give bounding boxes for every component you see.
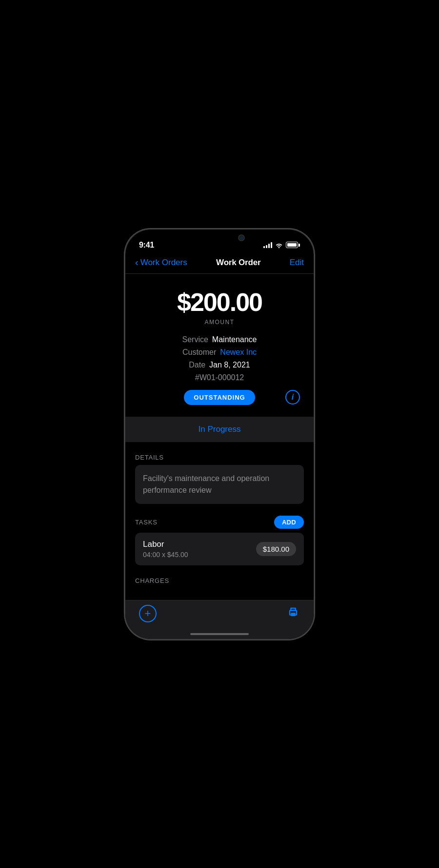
hero-section: $200.00 AMOUNT Service Maintenance Custo…: [125, 274, 314, 417]
status-time: 9:41: [139, 241, 154, 250]
battery-icon: [286, 242, 300, 248]
customer-row: Customer Newex Inc: [135, 348, 304, 357]
customer-label: Customer: [182, 348, 216, 357]
tasks-label: TASKS: [135, 519, 158, 526]
date-row: Date Jan 8, 2021: [135, 361, 304, 369]
back-label: Work Orders: [140, 258, 187, 268]
task-info: Labor 04:00 x $45.00: [143, 540, 188, 559]
content-area: $200.00 AMOUNT Service Maintenance Custo…: [125, 274, 314, 609]
signal-icon: [263, 242, 272, 248]
chevron-left-icon: ‹: [135, 257, 139, 267]
in-progress-section[interactable]: In Progress: [125, 417, 314, 442]
amount-label: AMOUNT: [135, 319, 304, 326]
task-sub: 04:00 x $45.00: [143, 551, 188, 559]
task-price: $180.00: [256, 542, 296, 556]
print-button[interactable]: [286, 605, 300, 622]
gap3: [125, 565, 314, 569]
service-label: Service: [182, 335, 208, 344]
back-button[interactable]: ‹ Work Orders: [135, 258, 187, 268]
gap2: [125, 504, 314, 508]
print-icon: [286, 605, 300, 619]
home-indicator: [190, 633, 249, 635]
in-progress-button[interactable]: In Progress: [135, 424, 304, 434]
task-name: Labor: [143, 540, 188, 549]
gap1: [125, 442, 314, 446]
tasks-header: TASKS ADD: [135, 508, 304, 533]
tasks-section: TASKS ADD Labor 04:00 x $45.00 $180.00: [125, 508, 314, 565]
details-box: Facility's maintenance and operation per…: [135, 465, 304, 504]
svg-rect-1: [291, 613, 295, 616]
task-row[interactable]: Labor 04:00 x $45.00 $180.00: [135, 533, 304, 565]
plus-icon: +: [145, 608, 151, 619]
info-button[interactable]: i: [285, 390, 300, 405]
date-value: Jan 8, 2021: [209, 361, 250, 369]
badge-row: OUTSTANDING i: [135, 390, 304, 405]
wifi-icon: [275, 242, 283, 248]
charges-header: CHARGES: [135, 569, 304, 588]
customer-value[interactable]: Newex Inc: [220, 348, 257, 357]
page-title: Work Order: [216, 258, 260, 268]
outstanding-badge: OUTSTANDING: [184, 390, 255, 405]
service-value: Maintenance: [212, 335, 257, 344]
add-charge-button[interactable]: +: [139, 605, 157, 622]
details-section: DETAILS Facility's maintenance and opera…: [125, 446, 314, 504]
svg-point-2: [296, 611, 297, 612]
details-header: DETAILS: [135, 446, 304, 465]
status-icons: [263, 242, 300, 248]
service-row: Service Maintenance: [135, 335, 304, 344]
edit-button[interactable]: Edit: [290, 258, 304, 268]
amount-value: $200.00: [135, 288, 304, 317]
add-task-button[interactable]: ADD: [274, 516, 304, 529]
charges-section: CHARGES: [125, 569, 314, 588]
date-label: Date: [189, 361, 205, 369]
order-number: #W01-000012: [135, 373, 304, 382]
navigation-bar: ‹ Work Orders Work Order Edit: [125, 254, 314, 273]
details-text: Facility's maintenance and operation per…: [143, 474, 269, 494]
